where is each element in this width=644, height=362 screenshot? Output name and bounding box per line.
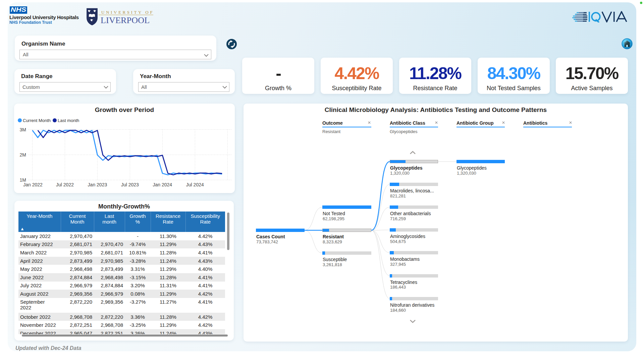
- svg-text:Jul 2023: Jul 2023: [121, 182, 139, 187]
- svg-text:Jul 2022: Jul 2022: [56, 182, 74, 187]
- svg-text:Jan 2023: Jan 2023: [88, 182, 107, 187]
- svg-text:2M: 2M: [20, 152, 26, 158]
- svg-text:Jul 2024: Jul 2024: [186, 182, 204, 187]
- svg-text:Jan 2024: Jan 2024: [153, 182, 172, 187]
- svg-text:3M: 3M: [20, 127, 26, 132]
- svg-text:Jan 2022: Jan 2022: [23, 182, 43, 187]
